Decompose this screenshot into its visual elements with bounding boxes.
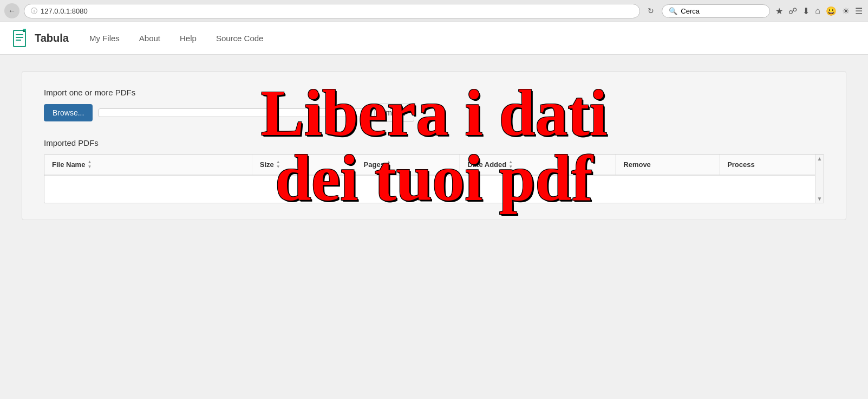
- file-input-display[interactable]: [98, 108, 369, 117]
- sort-up-icon: ▲: [387, 160, 391, 164]
- import-section: Import one or more PDFs Browse... Import: [44, 88, 824, 122]
- search-bar[interactable]: 🔍 Cerca: [662, 4, 770, 18]
- profile-button[interactable]: 😀: [825, 5, 838, 17]
- import-form: Browse... Import: [44, 104, 824, 122]
- table-scrollbar[interactable]: ▲ ▼: [815, 155, 824, 203]
- sort-up-icon: ▲: [508, 160, 513, 164]
- search-placeholder: Cerca: [681, 7, 700, 15]
- sort-pages[interactable]: ▲ ▼: [387, 160, 391, 169]
- th-remove-label: Remove: [623, 160, 651, 169]
- download-button[interactable]: ⬇: [801, 5, 811, 17]
- browser-toolbar: ← ⓘ 127.0.0.1:8080 ↻ 🔍 Cerca ★ ☍ ⬇ ⌂ 😀 ☀…: [0, 0, 868, 22]
- sort-up-icon: ▲: [87, 160, 92, 164]
- reader-button[interactable]: ☍: [787, 5, 798, 17]
- svg-rect-1: [14, 31, 25, 46]
- th-file-name-label: File Name: [52, 160, 85, 169]
- sort-file-name[interactable]: ▲ ▼: [87, 160, 92, 169]
- app-logo: Tabula: [11, 29, 69, 48]
- search-icon: 🔍: [669, 7, 677, 15]
- th-file-name: File Name ▲ ▼: [44, 155, 252, 175]
- scroll-down-button[interactable]: ▼: [817, 196, 823, 202]
- th-process: Process: [720, 155, 824, 175]
- svg-rect-3: [16, 37, 23, 38]
- import-label: Import one or more PDFs: [44, 88, 824, 97]
- sort-size[interactable]: ▲ ▼: [276, 160, 280, 169]
- bookmark-button[interactable]: ★: [774, 5, 784, 17]
- imported-label: Imported PDFs: [44, 138, 824, 147]
- scroll-up-button[interactable]: ▲: [817, 156, 823, 162]
- app-navbar: Tabula My Files About Help Source Code: [0, 22, 868, 55]
- content-box: Import one or more PDFs Browse... Import…: [22, 71, 846, 220]
- sort-up-icon: ▲: [276, 160, 280, 164]
- info-icon: ⓘ: [31, 7, 37, 16]
- browser-chrome: ← ⓘ 127.0.0.1:8080 ↻ 🔍 Cerca ★ ☍ ⬇ ⌂ 😀 ☀…: [0, 0, 868, 22]
- sort-down-icon: ▼: [276, 165, 280, 169]
- back-button[interactable]: ←: [4, 3, 19, 18]
- th-pages: Pages ▲ ▼: [356, 155, 460, 175]
- nav-about[interactable]: About: [129, 22, 170, 55]
- th-date-added-label: Date Added: [467, 160, 506, 169]
- th-size: Size ▲ ▼: [252, 155, 356, 175]
- import-button[interactable]: Import: [374, 104, 414, 122]
- svg-rect-4: [16, 40, 21, 41]
- menu-button[interactable]: ☰: [854, 5, 864, 17]
- reload-button[interactable]: ↻: [644, 4, 657, 17]
- address-bar[interactable]: ⓘ 127.0.0.1:8080: [24, 4, 640, 18]
- logo-icon: [11, 29, 30, 48]
- sort-down-icon: ▼: [387, 165, 391, 169]
- sort-down-icon: ▼: [87, 165, 92, 169]
- th-date-added: Date Added ▲ ▼: [460, 155, 616, 175]
- sort-down-icon: ▼: [508, 165, 513, 169]
- table-header: File Name ▲ ▼ Size ▲ ▼ P: [44, 155, 824, 176]
- browser-actions: ★ ☍ ⬇ ⌂ 😀 ☀ ☰: [774, 5, 864, 17]
- browse-button[interactable]: Browse...: [44, 104, 93, 121]
- pocket-button[interactable]: ☀: [841, 5, 851, 17]
- url-text: 127.0.0.1:8080: [41, 7, 88, 15]
- imported-section: Imported PDFs File Name ▲ ▼ Size ▲: [44, 138, 824, 203]
- th-process-label: Process: [727, 160, 755, 169]
- nav-my-files[interactable]: My Files: [80, 22, 129, 55]
- nav-help[interactable]: Help: [170, 22, 206, 55]
- main-content: Import one or more PDFs Browse... Import…: [0, 55, 868, 236]
- table-body: [44, 176, 824, 203]
- home-button[interactable]: ⌂: [814, 5, 821, 17]
- th-remove: Remove: [616, 155, 720, 175]
- th-pages-label: Pages: [364, 160, 384, 169]
- sort-date-added[interactable]: ▲ ▼: [508, 160, 513, 169]
- pdf-table: File Name ▲ ▼ Size ▲ ▼ P: [44, 154, 824, 203]
- th-size-label: Size: [260, 160, 274, 169]
- nav-source-code[interactable]: Source Code: [206, 22, 273, 55]
- svg-rect-2: [16, 34, 23, 35]
- app-title: Tabula: [35, 32, 69, 44]
